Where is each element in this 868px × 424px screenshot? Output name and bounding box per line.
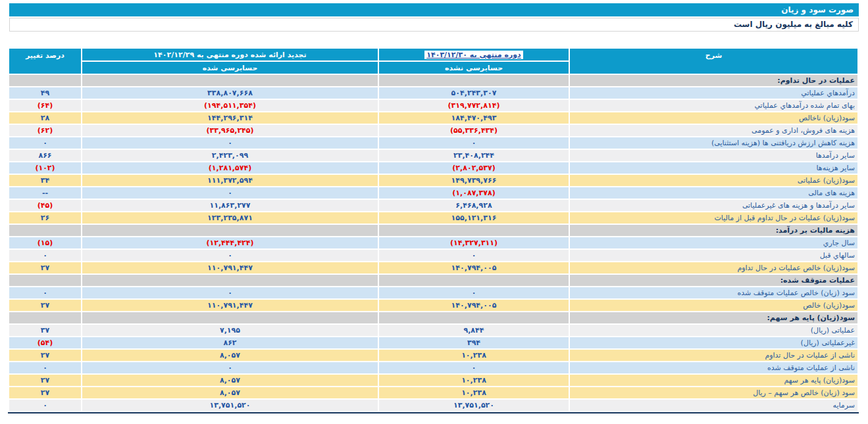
- value-prior-period: ۰: [82, 287, 378, 298]
- value-percent-change: (۶۲): [9, 125, 81, 136]
- value-percent-change: [9, 225, 81, 236]
- value-prior-period: ۱۱۰,۷۹۱,۴۴۷: [82, 300, 378, 311]
- value-current-period: ۰: [379, 137, 569, 149]
- value-prior-period: ۱۴۴,۲۹۶,۳۱۴: [82, 112, 378, 124]
- value-percent-change: ۳۷: [9, 325, 81, 336]
- row-label: ناشی از عملیات متوقف شده: [570, 362, 857, 373]
- value-current-period: ۱۸۴,۴۷۰,۴۹۳: [379, 112, 569, 124]
- col-header-period-prior: تجدید ارائه شده دوره منتهی به ۱۴۰۲/۱۲/۲۹: [82, 49, 378, 60]
- value-percent-change: ۰: [9, 137, 81, 149]
- row-label: هزینه مالیات بر درآمد:: [570, 225, 857, 236]
- value-current-period: ۶,۴۶۸,۹۲۸: [379, 200, 569, 211]
- value-prior-period: [82, 225, 378, 236]
- value-prior-period: ۳۳۸,۸۰۷,۶۶۸: [82, 87, 378, 99]
- row-label: درآمدهاي عملياتي: [570, 87, 857, 99]
- value-prior-period: (۱,۲۸۱,۵۷۴): [82, 162, 378, 174]
- row-label: عملیاتی (ریال): [570, 325, 857, 336]
- value-percent-change: ۰: [9, 250, 81, 261]
- table-row: هزینه های مالی(۱,۰۸۷,۳۷۸)۰--: [9, 187, 857, 199]
- value-percent-change: ۰: [9, 287, 81, 298]
- value-prior-period: ۸,۰۵۷: [82, 375, 378, 386]
- table-row: درآمدهاي عملياتي۵۰۴,۲۴۳,۳۰۷۳۳۸,۸۰۷,۶۶۸۴۹: [9, 87, 857, 99]
- value-current-period: ۵۰۴,۲۴۳,۳۰۷: [379, 87, 569, 99]
- value-current-period: (۱۴,۳۲۷,۳۱۱): [379, 237, 569, 248]
- table-row: غیرعملیاتی (ریال)۳۹۴۸۶۲(۵۴): [9, 337, 857, 348]
- value-prior-period: ۸,۰۵۷: [82, 350, 378, 361]
- table-body: عملیات در حال تداوم:درآمدهاي عملياتي۵۰۴,…: [9, 75, 857, 411]
- row-label: هزینه های مالی: [570, 187, 857, 199]
- value-percent-change: ۳۴: [9, 175, 81, 186]
- row-label: سود(زیان) خالص عملیات در حال تداوم: [570, 262, 857, 273]
- value-prior-period: ۸۶۲: [82, 337, 378, 348]
- report-page: صورت سود و زیان کلیه مبالغ به میلیون ریا…: [0, 0, 868, 413]
- row-label: غیرعملیاتی (ریال): [570, 337, 857, 348]
- col-header-period-current: دوره منتهی به ۱۴۰۳/۱۲/۳۰: [379, 49, 569, 60]
- value-percent-change: ۲۷: [9, 300, 81, 311]
- value-percent-change: (۱۰۲): [9, 162, 81, 174]
- value-current-period: ۱۴۰,۷۹۴,۰۰۵: [379, 300, 569, 311]
- table-row: سود(زیان) عملیاتی۱۴۹,۷۳۹,۷۶۶۱۱۱,۳۷۲,۵۹۴۳…: [9, 175, 857, 186]
- row-label: سود(زیان) عملیاتی: [570, 175, 857, 186]
- value-current-period: ۱۰,۲۳۸: [379, 387, 569, 398]
- value-prior-period: ۱۱۰,۷۹۱,۴۴۷: [82, 262, 378, 273]
- value-prior-period: [82, 275, 378, 286]
- row-label: بهای تمام شده درآمدهاي عملياتي: [570, 100, 857, 111]
- value-prior-period: ۲,۴۲۳,۰۹۹: [82, 150, 378, 161]
- value-percent-change: ۲۶: [9, 212, 81, 224]
- table-row: بهای تمام شده درآمدهاي عملياتي(۳۱۹,۷۷۲,۸…: [9, 100, 857, 111]
- value-percent-change: ۲۷: [9, 387, 81, 398]
- value-prior-period: ۰: [82, 137, 378, 149]
- table-row: سرمایه۱۳,۷۵۱,۵۲۰۱۳,۷۵۱,۵۲۰۰: [9, 400, 857, 411]
- table-row: عملیاتی (ریال)۹,۸۴۴۷,۱۹۵۳۷: [9, 325, 857, 336]
- row-label: سالهاي قبل: [570, 250, 857, 261]
- value-prior-period: ۷,۱۹۵: [82, 325, 378, 336]
- currency-note-bar: کلیه مبالغ به میلیون ریال است: [9, 18, 859, 32]
- row-label: سود(زیان) عملیات در حال تداوم قبل از مال…: [570, 212, 857, 224]
- table-row: هزینه کاهش ارزش دریافتنی ها (هزینه استثن…: [9, 137, 857, 149]
- value-percent-change: (۵۴): [9, 337, 81, 348]
- value-current-period: (۲,۸۰۲,۵۳۷): [379, 162, 569, 174]
- col-subheader-audited: حسابرسی شده: [82, 62, 378, 74]
- table-row: سایر درآمدها۲۳,۴۰۸,۲۴۴۲,۴۲۳,۰۹۹۸۶۶: [9, 150, 857, 161]
- value-prior-period: (۱۲,۴۴۴,۴۲۴): [82, 237, 378, 248]
- row-label: سود(زیان) پایه هر سهم:: [570, 312, 857, 323]
- value-percent-change: (۱۵): [9, 237, 81, 248]
- income-statement-table: شرح دوره منتهی به ۱۴۰۳/۱۲/۳۰ تجدید ارائه…: [8, 47, 859, 413]
- table-row: سالهاي قبل۰۰۰: [9, 250, 857, 261]
- table-row: ناشی از عملیات در حال تداوم۱۰,۲۳۸۸,۰۵۷۲۷: [9, 350, 857, 361]
- value-current-period: ۹,۸۴۴: [379, 325, 569, 336]
- row-label: عملیات در حال تداوم:: [570, 75, 857, 86]
- value-current-period: ۱۵۵,۱۲۱,۳۱۶: [379, 212, 569, 224]
- value-prior-period: ۸,۰۵۷: [82, 387, 378, 398]
- value-prior-period: ۱۱۱,۳۷۲,۵۹۴: [82, 175, 378, 186]
- report-title: صورت سود و زیان: [781, 5, 854, 14]
- row-label: هزینه کاهش ارزش دریافتنی ها (هزینه استثن…: [570, 137, 857, 149]
- value-percent-change: ۲۷: [9, 262, 81, 273]
- value-percent-change: ۸۶۶: [9, 150, 81, 161]
- section-row: سود(زیان) پایه هر سهم:: [9, 312, 857, 323]
- table-header: شرح دوره منتهی به ۱۴۰۳/۱۲/۳۰ تجدید ارائه…: [9, 49, 857, 74]
- value-current-period: [379, 312, 569, 323]
- value-percent-change: ۲۸: [9, 112, 81, 124]
- value-current-period: (۱,۰۸۷,۳۷۸): [379, 187, 569, 199]
- table-row: سود(زیان) خالص۱۴۰,۷۹۴,۰۰۵۱۱۰,۷۹۱,۴۴۷۲۷: [9, 300, 857, 311]
- value-percent-change: [9, 75, 81, 86]
- row-label: عملیات متوقف شده:: [570, 275, 857, 286]
- value-percent-change: --: [9, 187, 81, 199]
- value-current-period: (۵۵,۳۳۶,۴۳۴): [379, 125, 569, 136]
- value-current-period: [379, 225, 569, 236]
- row-label: هزینه های فروش، اداری و عمومی: [570, 125, 857, 136]
- value-current-period: ۰: [379, 250, 569, 261]
- row-label: سرمایه: [570, 400, 857, 411]
- value-percent-change: [9, 312, 81, 323]
- table-row: سود(زیان) ناخالص۱۸۴,۴۷۰,۴۹۳۱۴۴,۲۹۶,۳۱۴۲۸: [9, 112, 857, 124]
- section-row: عملیات در حال تداوم:: [9, 75, 857, 86]
- section-row: هزینه مالیات بر درآمد:: [9, 225, 857, 236]
- value-current-period: ۱۴۰,۷۹۴,۰۰۵: [379, 262, 569, 273]
- row-label: سود(زیان) خالص: [570, 300, 857, 311]
- value-current-period: ۱۰,۲۳۸: [379, 375, 569, 386]
- period-current-link[interactable]: دوره منتهی به ۱۴۰۳/۱۲/۳۰: [424, 51, 523, 59]
- row-label: سود (زیان) خالص عملیات متوقف شده: [570, 287, 857, 298]
- value-percent-change: ۴۹: [9, 87, 81, 99]
- value-current-period: ۰: [379, 287, 569, 298]
